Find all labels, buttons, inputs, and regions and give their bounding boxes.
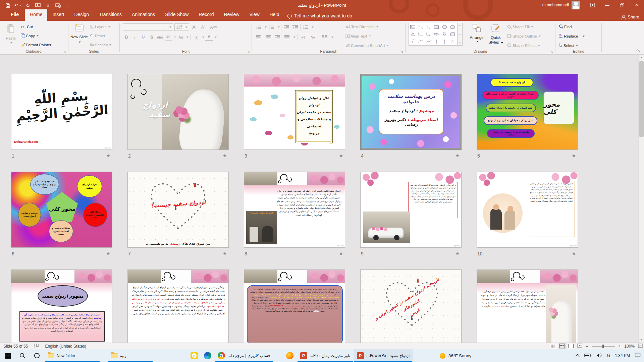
slide-thumbnail-9[interactable]: در این میان ، با مطرح شدن مسائل اقتصادی … [360, 172, 462, 248]
action-center-icon[interactable] [635, 353, 641, 359]
ribbon-display-options-icon[interactable] [585, 0, 600, 10]
snip-corner-shape-icon[interactable] [449, 31, 456, 38]
vertical-scrollbar[interactable]: ▲ ▼ [638, 55, 644, 343]
tray-chevron-icon[interactable] [576, 354, 580, 358]
star-shape-icon[interactable]: ☆ [449, 38, 456, 45]
slide-counter[interactable]: Slide 55 of 55 [3, 344, 28, 349]
media-player-icon[interactable]: ▶ [187, 349, 201, 362]
slide-thumbnail-7[interactable]: ازدواج سفید چیست؟ من شوق قدم های رسیدن ب… [127, 172, 229, 248]
clock[interactable]: 1:34 PM [615, 353, 630, 358]
left-brace-shape-icon[interactable]: { [433, 38, 440, 45]
tab-file[interactable]: File [5, 9, 25, 21]
normal-view-icon[interactable] [551, 344, 556, 348]
rectangle-shape-icon[interactable] [433, 24, 440, 31]
gallery-more-icon[interactable]: ▼ [459, 42, 461, 44]
tab-home[interactable]: Home [25, 9, 47, 21]
minimize-button[interactable]: — [600, 0, 614, 10]
tab-slide-show[interactable]: Slide Show [160, 9, 194, 21]
tab-review[interactable]: Review [219, 9, 245, 21]
volume-icon[interactable] [596, 353, 602, 359]
slide-thumbnail-15[interactable]: نخستین بار در سال ۱۳۹۱ مرتضی طلایی رئیس … [477, 269, 578, 343]
language-indicator[interactable]: English (United States) [45, 344, 86, 349]
elbow-arrow-connector-icon[interactable] [425, 31, 432, 38]
scroll-down-icon[interactable]: ▼ [639, 337, 644, 343]
quick-styles-button[interactable]: QuickStyles [487, 21, 504, 48]
slide-thumbnail-11[interactable]: مفهوم ازدواج سفید عبارت ازدواج سفید ترکی… [11, 269, 112, 343]
slide-sorter-view-icon[interactable] [559, 344, 565, 348]
triangle-shape-icon[interactable] [409, 31, 416, 38]
firefox-icon[interactable] [283, 349, 297, 362]
scrollbar-thumb[interactable] [639, 61, 644, 137]
edge-icon[interactable] [201, 349, 214, 362]
account-user-name[interactable]: m mohammadi [542, 3, 569, 7]
right-brace-shape-icon[interactable]: } [441, 38, 448, 45]
weather-widget[interactable]: 86°F Sunny [436, 349, 475, 362]
restore-button[interactable] [614, 0, 629, 10]
collapse-ribbon-icon[interactable] [636, 49, 640, 54]
arrange-button[interactable]: Arrange [467, 21, 486, 48]
slideshow-view-icon[interactable] [577, 344, 582, 349]
close-button[interactable]: × [629, 0, 644, 10]
slide-thumbnail-4[interactable]: درس بهداشت سلامت خانواده موضوع : ازدواج … [360, 74, 462, 150]
battery-icon[interactable] [584, 353, 592, 358]
right-arrow-shape-icon[interactable] [433, 31, 440, 38]
zoom-out-button[interactable]: − [586, 344, 588, 349]
tab-animations[interactable]: Animations [127, 9, 160, 21]
cut-button[interactable]: ✂ Cut [21, 23, 51, 31]
oval-shape-icon[interactable] [441, 24, 448, 31]
gallery-up-icon[interactable]: ▲ [459, 24, 461, 26]
tab-insert[interactable]: Insert [47, 9, 69, 21]
scroll-up-icon[interactable]: ▲ [639, 55, 644, 60]
slide-thumbnail-1[interactable]: بِسْمِ اللّٰهِ الرَّحْمٰنِ الرَّحِیْمِ D… [11, 74, 112, 150]
rounded-rectangle-shape-icon[interactable] [449, 24, 456, 31]
gallery-down-icon[interactable]: ▼ [459, 33, 461, 36]
tell-me-box[interactable]: Tell me what you want to do [284, 11, 356, 21]
slide-thumbnail-12[interactable]: زندگی زناشویی بدون ازدواج رسمی یا زندگی … [127, 269, 229, 343]
elbow-connector-icon[interactable] [417, 31, 424, 38]
copy-button[interactable]: Copy [21, 32, 51, 40]
slide-thumbnail-2[interactable]: ازدواج سفید fppt.com [127, 74, 229, 150]
tab-view[interactable]: View [244, 9, 264, 21]
taskbar-item-ppt-active[interactable]: P ازدواج سفید - PowerPo... [354, 349, 413, 362]
tab-transitions[interactable]: Transitions [94, 9, 127, 21]
find-button[interactable]: Find [559, 23, 585, 31]
taskbar-item-folder-rtbe[interactable]: رتبه [108, 349, 154, 362]
down-arrow-shape-icon[interactable] [441, 31, 448, 38]
arc-shape-icon[interactable] [417, 38, 424, 45]
curve-shape-icon[interactable] [425, 38, 432, 45]
taskbar-item-new-folder[interactable]: New folder [44, 349, 100, 362]
slide-thumbnail-6[interactable]: محور کلی علل بوجود آمدن این ازدواج در ای… [11, 172, 112, 248]
replace-button[interactable]: ab↪acReplace [559, 32, 585, 40]
avatar[interactable] [572, 1, 580, 9]
line-shape-icon[interactable] [417, 24, 424, 31]
taskbar-item-ppt-other[interactable]: P پاور مدیریت زمان - Po... [297, 349, 354, 362]
shapes-gallery[interactable]: A { } ☆ [409, 23, 458, 46]
share-button[interactable]: Share [622, 14, 639, 19]
scribble-shape-icon[interactable] [409, 38, 416, 45]
slide-thumbnail-5[interactable]: محور کلی ازدواج سفید چیست؟ ازدواج سفید د… [477, 74, 578, 150]
zoom-percent[interactable]: 100% [624, 344, 635, 349]
fit-slide-to-window-icon[interactable] [638, 344, 643, 349]
tab-record[interactable]: Record [194, 9, 219, 21]
slide-thumbnail-13[interactable]: ریشه عبارت سازی ازدواج سفید و حرمت داده … [244, 269, 345, 343]
start-button[interactable] [0, 349, 15, 362]
shapes-gallery-scrollbar[interactable]: ▲▼▼ [458, 23, 463, 46]
new-slide-button[interactable]: New Slide [70, 21, 88, 48]
slide-thumbnail-3[interactable]: علل و عوامل رواج ازدواج سفید در جامعه ای… [244, 74, 345, 150]
reading-view-icon[interactable] [568, 344, 574, 348]
spell-check-icon[interactable] [34, 344, 39, 349]
text-box-shape-icon[interactable]: A [409, 24, 416, 31]
taskbar-search-icon[interactable] [15, 349, 30, 362]
zoom-in-button[interactable]: + [619, 344, 621, 349]
slide-thumbnail-10[interactable]: الگویی در رابطه که ریشه‌های عمیق غربی دا… [477, 172, 578, 248]
tab-help[interactable]: Help [265, 9, 284, 21]
taskbar-item-chrome-window[interactable]: حساب کاربری | مرجع دا... [214, 349, 274, 362]
slide-thumbnail-8[interactable]: ازدواج سفید الگویی است که از رابطه که ری… [244, 172, 345, 248]
select-button[interactable]: Select [559, 42, 585, 50]
zoom-slider[interactable] [592, 346, 615, 347]
input-language[interactable]: فا [607, 353, 610, 358]
tab-design[interactable]: Design [69, 9, 94, 21]
slide-thumbnail-14[interactable]: تاریخچه ازدواج سفید در کشور ایران و کشور… [360, 269, 462, 343]
arrow-shape-icon[interactable] [425, 24, 432, 31]
cortana-icon[interactable] [30, 349, 44, 362]
